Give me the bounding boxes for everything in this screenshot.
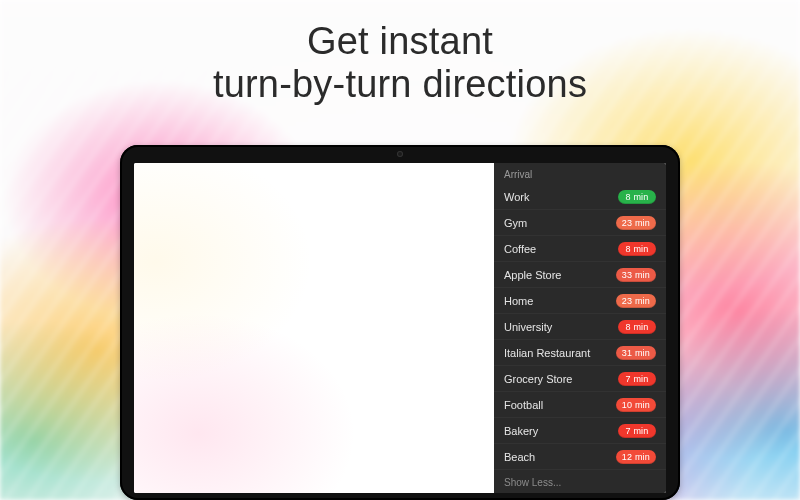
eta-badge: 23 min	[616, 216, 656, 230]
destination-name: Beach	[504, 451, 535, 463]
eta-badge: 8 min	[618, 190, 656, 204]
eta-badge: 10 min	[616, 398, 656, 412]
destination-row[interactable]: Italian Restaurant31 min	[494, 340, 666, 366]
destination-row[interactable]: Coffee8 min	[494, 236, 666, 262]
destination-row[interactable]: Bakery7 min	[494, 418, 666, 444]
app-screen: Arrival Work8 minGym23 minCoffee8 minApp…	[134, 163, 666, 493]
destination-row[interactable]: Football10 min	[494, 392, 666, 418]
marketing-headline: Get instant turn-by-turn directions	[0, 20, 800, 106]
destination-name: Coffee	[504, 243, 536, 255]
eta-badge: 8 min	[618, 242, 656, 256]
show-less-button[interactable]: Show Less...	[494, 470, 666, 493]
destination-row[interactable]: Grocery Store7 min	[494, 366, 666, 392]
eta-badge: 7 min	[618, 372, 656, 386]
panel-header: Arrival	[494, 163, 666, 184]
laptop-frame: Arrival Work8 minGym23 minCoffee8 minApp…	[120, 145, 680, 500]
eta-badge: 12 min	[616, 450, 656, 464]
eta-badge: 8 min	[618, 320, 656, 334]
destination-name: Grocery Store	[504, 373, 572, 385]
destination-name: University	[504, 321, 552, 333]
destination-name: Gym	[504, 217, 527, 229]
destination-name: Apple Store	[504, 269, 561, 281]
destination-row[interactable]: Beach12 min	[494, 444, 666, 470]
destination-list: Work8 minGym23 minCoffee8 minApple Store…	[494, 184, 666, 470]
destination-name: Work	[504, 191, 529, 203]
destination-name: Italian Restaurant	[504, 347, 590, 359]
camera-icon	[397, 151, 403, 157]
headline-line1: Get instant	[0, 20, 800, 63]
eta-badge: 7 min	[618, 424, 656, 438]
destination-row[interactable]: Work8 min	[494, 184, 666, 210]
map-pane[interactable]	[134, 163, 494, 493]
eta-badge: 23 min	[616, 294, 656, 308]
destination-row[interactable]: Home23 min	[494, 288, 666, 314]
laptop-bezel: Arrival Work8 minGym23 minCoffee8 minApp…	[120, 145, 680, 500]
destination-name: Bakery	[504, 425, 538, 437]
destination-row[interactable]: Gym23 min	[494, 210, 666, 236]
destination-row[interactable]: Apple Store33 min	[494, 262, 666, 288]
eta-badge: 31 min	[616, 346, 656, 360]
destination-name: Football	[504, 399, 543, 411]
destination-row[interactable]: University8 min	[494, 314, 666, 340]
destination-name: Home	[504, 295, 533, 307]
eta-badge: 33 min	[616, 268, 656, 282]
headline-line2: turn-by-turn directions	[0, 63, 800, 106]
destinations-panel: Arrival Work8 minGym23 minCoffee8 minApp…	[494, 163, 666, 493]
